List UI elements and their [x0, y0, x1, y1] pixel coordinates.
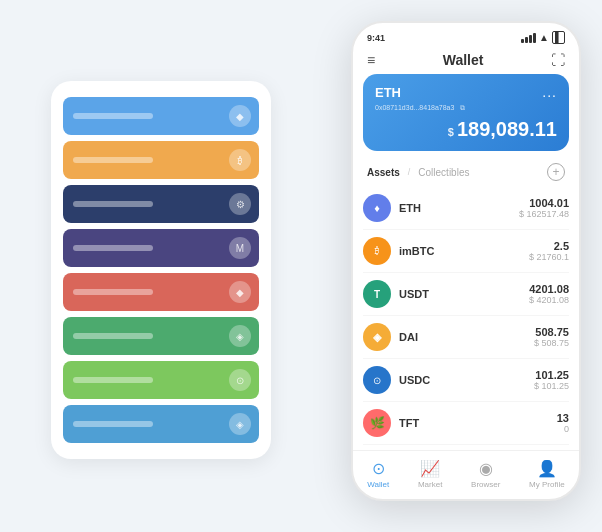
- browser-nav-label: Browser: [471, 480, 500, 489]
- eth-card-balance: $189,089.11: [375, 118, 557, 141]
- eth-card-address: 0x08711d3d...8418a78a3 ⧉: [375, 104, 557, 112]
- wallet-nav-icon: ⊙: [372, 459, 385, 478]
- tft-asset-name: TFT: [399, 417, 557, 429]
- card-label-7: [73, 377, 153, 383]
- card-label-2: [73, 157, 153, 163]
- tab-assets[interactable]: Assets: [367, 167, 400, 178]
- usdt-asset-icon: T: [363, 280, 391, 308]
- stack-card-5[interactable]: ◆: [63, 273, 259, 311]
- scene: ◆ ₿ ⚙ M ◆ ◈ ⊙ ◈: [21, 21, 581, 511]
- tab-collectibles[interactable]: Collectibles: [418, 167, 469, 178]
- asset-row-imbtc[interactable]: ₿ imBTC 2.5 $ 21760.1: [363, 230, 569, 273]
- profile-nav-label: My Profile: [529, 480, 565, 489]
- dai-usd: $ 508.75: [534, 338, 569, 348]
- eth-card-header: ETH ...: [375, 84, 557, 100]
- card-label-5: [73, 289, 153, 295]
- card-stack: ◆ ₿ ⚙ M ◆ ◈ ⊙ ◈: [51, 81, 271, 459]
- status-bar: 9:41 ▲ ▌: [353, 23, 579, 48]
- eth-amount: 1004.01: [519, 197, 569, 209]
- tft-usd: 0: [557, 424, 569, 434]
- dai-asset-name: DAI: [399, 331, 534, 343]
- card-icon-7: ⊙: [229, 369, 251, 391]
- wallet-nav-label: Wallet: [367, 480, 389, 489]
- copy-icon[interactable]: ⧉: [460, 104, 465, 111]
- expand-icon[interactable]: ⛶: [551, 52, 565, 68]
- stack-card-2[interactable]: ₿: [63, 141, 259, 179]
- card-icon-5: ◆: [229, 281, 251, 303]
- eth-asset-name: ETH: [399, 202, 519, 214]
- asset-row-tft[interactable]: 🌿 TFT 13 0: [363, 402, 569, 445]
- eth-card-title: ETH: [375, 85, 401, 100]
- add-asset-button[interactable]: +: [547, 163, 565, 181]
- card-icon-1: ◆: [229, 105, 251, 127]
- imbtc-amount: 2.5: [529, 240, 569, 252]
- status-time: 9:41: [367, 33, 385, 43]
- status-icons: ▲ ▌: [521, 31, 565, 44]
- market-nav-label: Market: [418, 480, 442, 489]
- card-label-1: [73, 113, 153, 119]
- tft-asset-icon: 🌿: [363, 409, 391, 437]
- eth-card-more-button[interactable]: ...: [542, 84, 557, 100]
- bottom-nav: ⊙ Wallet 📈 Market ◉ Browser 👤 My Profile: [353, 450, 579, 499]
- usdc-asset-icon: ⊙: [363, 366, 391, 394]
- card-label-8: [73, 421, 153, 427]
- usdt-asset-amounts: 4201.08 $ 4201.08: [529, 283, 569, 305]
- stack-card-8[interactable]: ◈: [63, 405, 259, 443]
- browser-nav-icon: ◉: [479, 459, 493, 478]
- asset-row-usdt[interactable]: T USDT 4201.08 $ 4201.08: [363, 273, 569, 316]
- imbtc-asset-name: imBTC: [399, 245, 529, 257]
- wifi-icon: ▲: [539, 32, 549, 43]
- nav-item-wallet[interactable]: ⊙ Wallet: [367, 459, 389, 489]
- stack-card-1[interactable]: ◆: [63, 97, 259, 135]
- nav-item-browser[interactable]: ◉ Browser: [471, 459, 500, 489]
- eth-card-currency: $: [448, 126, 454, 138]
- usdt-amount: 4201.08: [529, 283, 569, 295]
- card-label-4: [73, 245, 153, 251]
- signal-bar-1: [521, 39, 524, 43]
- signal-bar-2: [525, 37, 528, 43]
- assets-header: Assets / Collectibles +: [353, 159, 579, 187]
- stack-card-4[interactable]: M: [63, 229, 259, 267]
- usdt-usd: $ 4201.08: [529, 295, 569, 305]
- tab-separator: /: [408, 167, 411, 177]
- menu-icon[interactable]: ≡: [367, 52, 375, 68]
- eth-asset-icon: ♦: [363, 194, 391, 222]
- usdt-asset-name: USDT: [399, 288, 529, 300]
- signal-bars: [521, 33, 536, 43]
- eth-card[interactable]: ETH ... 0x08711d3d...8418a78a3 ⧉ $189,08…: [363, 74, 569, 151]
- profile-nav-icon: 👤: [537, 459, 557, 478]
- eth-asset-amounts: 1004.01 $ 162517.48: [519, 197, 569, 219]
- usdc-asset-name: USDC: [399, 374, 534, 386]
- usdc-usd: $ 101.25: [534, 381, 569, 391]
- tft-amount: 13: [557, 412, 569, 424]
- card-icon-6: ◈: [229, 325, 251, 347]
- asset-row-eth[interactable]: ♦ ETH 1004.01 $ 162517.48: [363, 187, 569, 230]
- nav-title: Wallet: [443, 52, 484, 68]
- nav-item-profile[interactable]: 👤 My Profile: [529, 459, 565, 489]
- battery-icon: ▌: [552, 31, 565, 44]
- card-label-3: [73, 201, 153, 207]
- signal-bar-3: [529, 35, 532, 43]
- asset-row-usdc[interactable]: ⊙ USDC 101.25 $ 101.25: [363, 359, 569, 402]
- card-icon-8: ◈: [229, 413, 251, 435]
- dai-asset-amounts: 508.75 $ 508.75: [534, 326, 569, 348]
- tft-asset-amounts: 13 0: [557, 412, 569, 434]
- stack-card-7[interactable]: ⊙: [63, 361, 259, 399]
- imbtc-asset-icon: ₿: [363, 237, 391, 265]
- imbtc-usd: $ 21760.1: [529, 252, 569, 262]
- card-icon-2: ₿: [229, 149, 251, 171]
- stack-card-6[interactable]: ◈: [63, 317, 259, 355]
- nav-bar: ≡ Wallet ⛶: [353, 48, 579, 74]
- dai-asset-icon: ◈: [363, 323, 391, 351]
- stack-card-3[interactable]: ⚙: [63, 185, 259, 223]
- market-nav-icon: 📈: [420, 459, 440, 478]
- card-label-6: [73, 333, 153, 339]
- imbtc-asset-amounts: 2.5 $ 21760.1: [529, 240, 569, 262]
- dai-amount: 508.75: [534, 326, 569, 338]
- eth-usd: $ 162517.48: [519, 209, 569, 219]
- card-icon-4: M: [229, 237, 251, 259]
- nav-item-market[interactable]: 📈 Market: [418, 459, 442, 489]
- asset-row-dai[interactable]: ◈ DAI 508.75 $ 508.75: [363, 316, 569, 359]
- usdc-asset-amounts: 101.25 $ 101.25: [534, 369, 569, 391]
- asset-list: ♦ ETH 1004.01 $ 162517.48 ₿ imBTC 2.5 $ …: [353, 187, 579, 450]
